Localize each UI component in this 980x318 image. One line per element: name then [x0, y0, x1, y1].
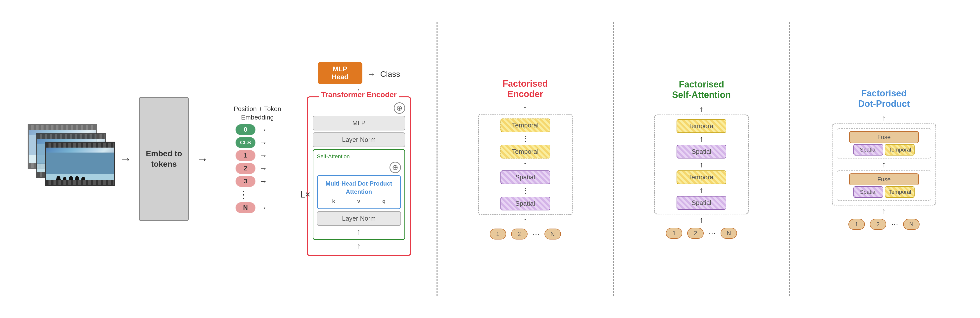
inner-plus-row: ⊕	[317, 162, 401, 173]
self-attn-label: Self-Attention	[317, 153, 401, 160]
fe-temporal-top-dashed: Temporal	[500, 119, 550, 132]
fdp-fuse-top: Fuse	[849, 131, 919, 143]
fsa-arrow-1: ↑	[700, 135, 703, 143]
fsa-temporal-top: Temporal	[676, 119, 726, 133]
token-cls-label: CLS	[235, 137, 255, 148]
token-row-2: 2 →	[235, 163, 267, 174]
fe-top-arrow: ↑	[523, 104, 527, 112]
svg-point-23	[75, 176, 79, 180]
divider-3	[789, 22, 790, 296]
factorised-dot-product-content: ↑ Fuse Spatial Temporal ↑ Fuse Spatial	[816, 114, 952, 230]
fdp-inner-arrow: ↑	[882, 160, 886, 168]
svg-point-21	[69, 176, 73, 181]
token-row-n: N →	[235, 202, 267, 213]
token-n: N	[235, 202, 255, 213]
token-1: 1	[235, 150, 255, 161]
plus-circle-inner: ⊕	[390, 162, 401, 173]
fsa-spatial-bottom: Spatial	[676, 196, 726, 210]
factorised-self-attention-content: ↑ Temporal ↑ Spatial ↑ Temporal ↑ Spatia…	[639, 105, 764, 239]
fe-outer-box: Temporal ⋮ Temporal ↑ Spatial ⋮ Spatial	[478, 114, 573, 215]
input-arrow: ↑	[313, 242, 405, 250]
token-row-3: 3 →	[235, 176, 267, 187]
fe-token-dots: ⋯	[533, 230, 539, 238]
factorised-dot-product-section: FactorisedDot-Product ↑ Fuse Spatial Tem…	[816, 88, 952, 230]
film-stack	[28, 124, 112, 194]
token-row-cls2: CLS →	[235, 137, 267, 148]
embed-box: Embed to tokens	[139, 97, 189, 221]
l-times-area: L× Self-Attention ⊕ Multi-Head Dot-Produ…	[313, 149, 405, 240]
fe-inner-arrow-1: ↑	[523, 160, 527, 168]
token-row-cls: 0 →	[235, 124, 267, 135]
plus-circle-top: ⊕	[394, 102, 405, 114]
divider-2	[613, 22, 614, 296]
tokens-list: 0 → CLS → 1 → 2 → 3 →	[234, 124, 269, 213]
factorised-self-attention-section: FactorisedSelf-Attention ↑ Temporal ↑ Sp…	[639, 79, 764, 239]
fdp-bottom-arrow: ↑	[882, 207, 886, 215]
transformer-title-text: Transformer Encoder	[321, 90, 396, 99]
fdp-top-arrow: ↑	[882, 114, 886, 122]
transformer-title: Transformer Encoder	[319, 90, 399, 99]
fdp-token-dots: ⋯	[891, 220, 898, 229]
token-arrow-cls2: →	[259, 138, 267, 147]
fsa-arrow-3: ↑	[700, 186, 703, 194]
main-container: → Embed to tokens → Position + TokenEmbe…	[5, 10, 975, 308]
token-arrow-cls: →	[259, 125, 267, 134]
fdp-group-bottom: Fuse Spatial Temporal	[837, 171, 931, 201]
fdp-spatial-bottom: Spatial	[853, 186, 883, 198]
factorised-encoder-title: FactorisedEncoder	[503, 79, 548, 100]
layer-norm-bottom: Layer Norm	[317, 211, 401, 226]
divider-1	[436, 22, 438, 296]
k-label: k	[332, 198, 335, 205]
mlp-block: MLP	[313, 116, 405, 130]
token-2: 2	[235, 163, 255, 174]
video-section: → Embed to tokens →	[28, 97, 208, 221]
v-label: v	[357, 198, 360, 205]
mlp-head-area: MLPHead → Class	[307, 62, 411, 94]
arrow-class: →	[368, 70, 375, 79]
svg-point-19	[63, 177, 67, 181]
fsa-bottom-tokens: 1 2 ⋯ N	[666, 228, 737, 239]
multi-head-label: Multi-Head Dot-Product Attention	[326, 180, 392, 195]
token-3: 3	[235, 176, 255, 187]
fsa-bottom-arrow: ↑	[700, 216, 703, 224]
fdp-temporal-bottom: Temporal	[885, 186, 915, 198]
fe-spatial-top: Spatial	[500, 171, 550, 184]
token-dots: ⋮	[234, 189, 253, 200]
tokens-section: Position + TokenEmbedding 0 → CLS → 1 → …	[234, 105, 281, 213]
fdp-fuse-row-top: Spatial Temporal	[853, 144, 915, 155]
fsa-token-1: 1	[666, 228, 682, 239]
fsa-token-2: 2	[687, 228, 704, 239]
fe-token-2: 2	[511, 229, 528, 239]
film-frame-3	[45, 142, 115, 186]
multi-head-box: Multi-Head Dot-Product Attention k v q	[317, 175, 401, 209]
fe-temporal-bottom-dashed: Temporal	[500, 145, 550, 158]
fsa-token-dots: ⋯	[709, 229, 716, 237]
fe-spatial-bottom: Spatial	[500, 197, 550, 210]
token-arrow-n: →	[259, 203, 267, 212]
fsa-token-n: N	[721, 228, 737, 239]
token-row-dots: ⋮	[234, 189, 269, 200]
class-label: Class	[380, 70, 400, 79]
layer-norm-top: Layer Norm	[313, 133, 405, 147]
token-arrow-3: →	[259, 177, 267, 186]
q-label: q	[382, 198, 385, 205]
fdp-temporal-top: Temporal	[885, 144, 915, 155]
transformer-outer-box: Transformer Encoder ⊕ MLP Layer Norm L× …	[307, 97, 411, 256]
embed-arrow: →	[196, 152, 208, 166]
fdp-token-n: N	[903, 219, 920, 230]
svg-point-25	[81, 177, 85, 181]
transformer-section: MLPHead → Class Transformer Encoder ⊕ ML…	[307, 62, 411, 256]
self-attention-box: Self-Attention ⊕ Multi-Head Dot-Product …	[313, 149, 405, 240]
fsa-arrow-2: ↑	[700, 160, 703, 168]
fsa-outer-box: Temporal ↑ Spatial ↑ Temporal ↑ Spatial	[654, 114, 749, 214]
token-cls: 0	[235, 124, 255, 135]
fe-dots-2: ⋮	[522, 186, 529, 195]
fdp-token-1: 1	[848, 219, 865, 230]
fsa-spatial-top: Spatial	[676, 145, 726, 158]
l-times-label: L×	[300, 189, 310, 200]
video-arrow: →	[119, 152, 132, 166]
svg-rect-14	[46, 152, 115, 174]
token-arrow-1: →	[259, 151, 267, 160]
fe-dots-1: ⋮	[522, 134, 529, 143]
fdp-fuse-bottom: Fuse	[849, 173, 919, 185]
